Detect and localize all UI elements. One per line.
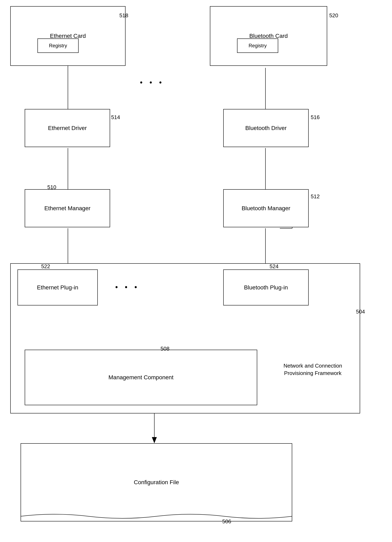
wavy-line xyxy=(21,512,292,525)
dots-cards: • • • xyxy=(140,78,164,87)
framework-label: Network and Connection Provisioning Fram… xyxy=(272,362,354,377)
config-file-box: Configuration File xyxy=(21,443,292,521)
config-file-label: Configuration File xyxy=(134,479,179,486)
bluetooth-manager-box: Bluetooth Manager xyxy=(223,189,309,227)
bluetooth-plugin-label: Bluetooth Plug-in xyxy=(244,284,288,291)
management-component-id: 508 xyxy=(160,346,169,352)
ethernet-manager-label: Ethernet Manager xyxy=(44,205,90,212)
bluetooth-card-id: 520 xyxy=(329,12,338,19)
bluetooth-plugin-box: Bluetooth Plug-in xyxy=(223,270,309,305)
ethernet-driver-label: Ethernet Driver xyxy=(48,125,87,131)
ethernet-plugin-label: Ethernet Plug-in xyxy=(37,284,78,291)
management-component-box: Management Component xyxy=(25,350,257,405)
ethernet-driver-box: Ethernet Driver xyxy=(25,109,110,147)
ethernet-plugin-id: 522 xyxy=(41,263,50,270)
ethernet-plugin-box: Ethernet Plug-in xyxy=(17,270,98,305)
dots-plugins: • • • xyxy=(115,283,140,292)
ethernet-card-registry: Registry xyxy=(38,38,79,53)
management-component-label: Management Component xyxy=(109,374,174,381)
bluetooth-manager-label: Bluetooth Manager xyxy=(242,205,290,212)
bluetooth-registry-label: Registry xyxy=(249,43,267,49)
bluetooth-manager-id: 512 xyxy=(311,193,320,200)
ethernet-card-id: 518 xyxy=(119,12,128,19)
ethernet-manager-box: Ethernet Manager xyxy=(25,189,110,227)
bluetooth-card-box: Bluetooth Card Registry xyxy=(210,6,327,66)
svg-marker-15 xyxy=(152,437,157,443)
ethernet-driver-id: 514 xyxy=(111,114,120,120)
framework-id: 504 xyxy=(356,309,365,315)
ethernet-manager-id: 510 xyxy=(47,184,56,190)
bluetooth-driver-box: Bluetooth Driver xyxy=(223,109,309,147)
ethernet-card-box: Ethernet Card Registry xyxy=(10,6,125,66)
bluetooth-plugin-id: 524 xyxy=(270,263,278,270)
diagram: Ethernet Card Registry 518 Bluetooth Car… xyxy=(0,0,392,542)
bluetooth-card-registry: Registry xyxy=(237,38,278,53)
bluetooth-driver-label: Bluetooth Driver xyxy=(245,125,287,131)
bluetooth-driver-id: 516 xyxy=(311,114,320,120)
ethernet-registry-label: Registry xyxy=(49,43,67,49)
